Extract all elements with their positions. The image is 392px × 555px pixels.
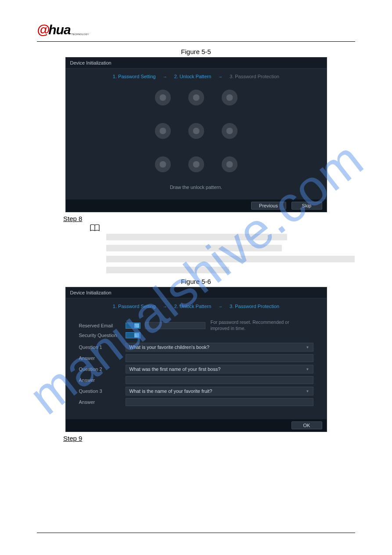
security-question-row: Security Question — [79, 332, 313, 338]
screenshot-password-protection: Device Initialization 1. Password Settin… — [65, 287, 327, 432]
question-1-label: Question 1 — [79, 345, 126, 350]
footer-rule — [37, 533, 355, 533]
redacted-line — [106, 234, 287, 240]
logo-hua: hua — [48, 22, 70, 37]
screenshot-unlock-pattern: Device Initialization 1. Password Settin… — [65, 57, 327, 212]
ok-button[interactable]: OK — [291, 421, 322, 429]
dialog-title: Device Initialization — [66, 287, 327, 298]
wizard-step-1: 1. Password Setting — [113, 74, 156, 79]
arrow-icon: → — [218, 74, 223, 79]
pattern-dot[interactable] — [222, 123, 237, 139]
question-3-select[interactable]: What is the name of your favorite fruit?… — [126, 387, 313, 395]
unlock-pattern-grid[interactable] — [66, 90, 327, 172]
redacted-line — [106, 245, 282, 251]
question-3-label: Question 3 — [79, 388, 126, 394]
pattern-dot[interactable] — [222, 90, 237, 105]
wizard-step-3: 3. Password Protection — [230, 304, 279, 309]
pattern-dot[interactable] — [188, 123, 204, 139]
pattern-dot[interactable] — [155, 156, 171, 172]
question-1-row: Question 1 What is your favorite childre… — [79, 343, 313, 352]
skip-button[interactable]: Skip — [291, 202, 322, 210]
pattern-dot[interactable] — [188, 156, 204, 172]
wizard-step-2: 2. Unlock Pattern — [174, 304, 211, 309]
brand-logo: @ hua TECHNOLOGY — [37, 22, 355, 38]
answer-3-label: Answer — [79, 399, 126, 405]
wizard-steps: 1. Password Setting → 2. Unlock Pattern … — [66, 298, 327, 315]
arrow-icon: → — [218, 304, 223, 309]
note-book-icon — [90, 224, 100, 232]
answer-3-input[interactable] — [126, 398, 313, 406]
pattern-dot[interactable] — [188, 90, 204, 105]
redacted-line — [106, 267, 229, 273]
question-1-value: What is your favorite children's book? — [129, 345, 209, 350]
logo-at: @ — [37, 22, 49, 37]
answer-2-input[interactable] — [126, 376, 313, 384]
step-9-label: Step 9 — [63, 435, 355, 442]
answer-2-row: Answer — [79, 376, 313, 384]
draw-instruction: Draw the unlock pattern. — [66, 180, 327, 200]
arrow-icon: → — [163, 74, 167, 79]
arrow-icon: → — [163, 304, 167, 309]
redacted-text-block — [106, 234, 355, 273]
figure-5-5-caption: Figure 5-5 — [37, 48, 355, 55]
answer-3-row: Answer — [79, 398, 313, 406]
answer-2-label: Answer — [79, 377, 126, 383]
question-2-select[interactable]: What was the first name of your first bo… — [126, 365, 313, 374]
question-2-row: Question 2 What was the first name of yo… — [79, 365, 313, 374]
chevron-down-icon: ▼ — [306, 367, 309, 371]
protection-form: Reserved Email For password reset. Recom… — [66, 315, 327, 419]
security-question-toggle[interactable] — [126, 332, 140, 338]
pattern-dot[interactable] — [155, 90, 171, 105]
pattern-dot[interactable] — [222, 156, 237, 172]
figure-5-6-caption: Figure 5-6 — [37, 278, 355, 285]
question-2-label: Question 2 — [79, 366, 126, 372]
step-8-label: Step 8 — [63, 215, 355, 222]
question-1-select[interactable]: What is your favorite children's book? ▼ — [126, 343, 313, 352]
logo-tech: TECHNOLOGY — [72, 33, 89, 36]
wizard-step-3: 3. Password Protection — [230, 74, 279, 79]
question-2-value: What was the first name of your first bo… — [129, 366, 221, 372]
redacted-line — [106, 256, 355, 262]
reserved-email-label: Reserved Email — [79, 323, 126, 328]
dialog-title: Device Initialization — [66, 58, 327, 69]
pattern-dot[interactable] — [155, 123, 171, 139]
reserved-email-row: Reserved Email For password reset. Recom… — [79, 319, 313, 331]
dialog-footer: OK — [66, 419, 327, 432]
wizard-step-2: 2. Unlock Pattern — [174, 74, 211, 79]
answer-1-label: Answer — [79, 355, 126, 361]
header-rule-wrap: @ hua TECHNOLOGY — [37, 22, 355, 42]
chevron-down-icon: ▼ — [306, 345, 309, 349]
question-3-row: Question 3 What is the name of your favo… — [79, 387, 313, 395]
previous-button[interactable]: Previous — [251, 202, 286, 210]
dialog-footer: Previous Skip — [66, 200, 327, 212]
wizard-steps: 1. Password Setting → 2. Unlock Pattern … — [66, 69, 327, 85]
reserved-email-input[interactable] — [145, 322, 205, 329]
wizard-step-1: 1. Password Setting — [113, 304, 156, 309]
reserved-email-toggle[interactable] — [126, 323, 140, 329]
security-question-label: Security Question — [79, 333, 126, 338]
answer-1-input[interactable] — [126, 354, 313, 362]
chevron-down-icon: ▼ — [306, 389, 309, 393]
reserved-email-hint: For password reset. Recommended or impro… — [211, 319, 307, 331]
question-3-value: What is the name of your favorite fruit? — [129, 388, 212, 394]
answer-1-row: Answer — [79, 354, 313, 362]
